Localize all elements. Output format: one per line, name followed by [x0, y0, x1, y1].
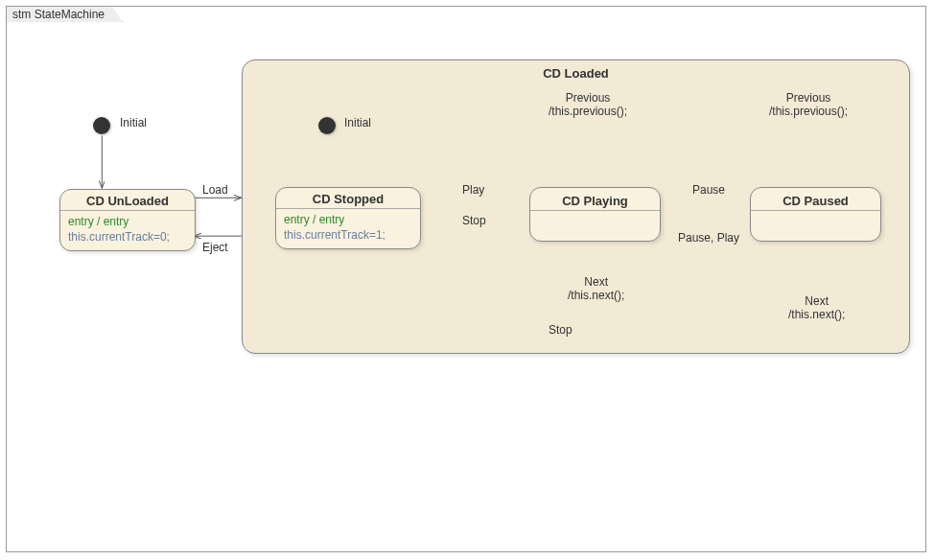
state-cd-stopped-entry-label: entry / entry	[284, 213, 412, 228]
state-cd-loaded-title: CD Loaded	[243, 60, 909, 82]
state-cd-unloaded-entry-code: this.currentTrack=0;	[68, 230, 187, 245]
state-cd-stopped-body: entry / entry this.currentTrack=1;	[276, 209, 420, 248]
state-cd-stopped-entry-code: this.currentTrack=1;	[284, 228, 412, 244]
state-cd-playing: CD Playing	[529, 187, 661, 242]
state-cd-paused: CD Paused	[750, 187, 881, 242]
initial-label-outer: Initial	[120, 116, 147, 129]
state-cd-paused-title: CD Paused	[751, 188, 880, 210]
state-cd-unloaded-body: entry / entry this.currentTrack=0;	[60, 211, 195, 250]
initial-pseudostate-outer	[93, 117, 110, 134]
state-machine-frame: stm StateMachine	[6, 6, 926, 552]
state-cd-unloaded: CD UnLoaded entry / entry this.currentTr…	[59, 189, 196, 251]
state-cd-playing-title: CD Playing	[530, 188, 660, 210]
frame-title-tab: stm StateMachine	[6, 6, 123, 22]
frame-title: stm StateMachine	[12, 8, 105, 21]
transition-load-label: Load	[202, 183, 228, 197]
transition-eject-label: Eject	[202, 241, 228, 254]
state-cd-unloaded-entry-label: entry / entry	[68, 215, 187, 230]
state-cd-unloaded-title: CD UnLoaded	[60, 190, 195, 210]
state-cd-stopped: CD Stopped entry / entry this.currentTra…	[275, 187, 421, 249]
initial-pseudostate-inner	[318, 117, 336, 134]
state-cd-stopped-title: CD Stopped	[276, 188, 420, 208]
